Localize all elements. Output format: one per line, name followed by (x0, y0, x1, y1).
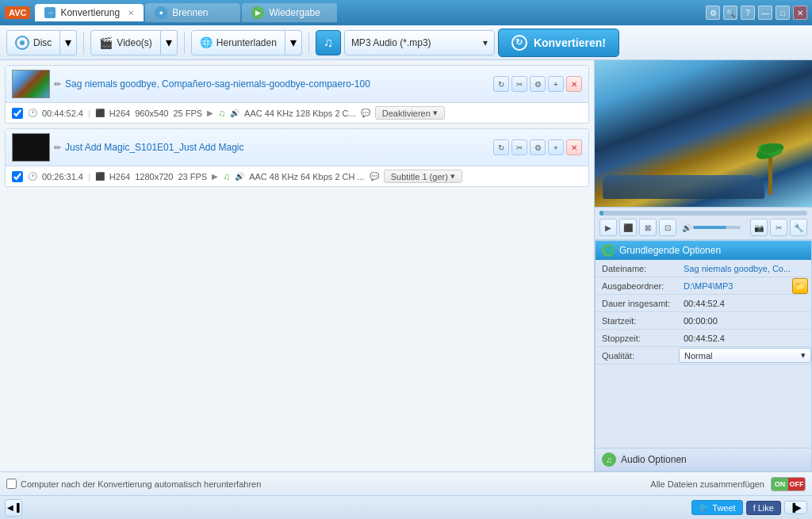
car-silhouette (603, 175, 764, 199)
audio-options-label: Audio Optionen (621, 454, 687, 465)
prev-frame-button[interactable]: ⊠ (639, 219, 657, 236)
wiedergabe-tab-icon: ▶ (251, 6, 264, 19)
video-icon: 🎬 (99, 36, 113, 49)
file-meta-1: 🕐 00:44:52.4 | ⬛ H264 960x540 25 FPS ▶ ♫… (6, 103, 588, 123)
stop-button[interactable]: ⬛ (619, 219, 637, 236)
btn-settings[interactable]: ⚙ (706, 6, 720, 20)
info-section-title: Grundlegende Optionen (619, 245, 721, 256)
convert-button[interactable]: ↻ Konvertieren! (498, 29, 619, 57)
file-duration-2: 00:26:31.4 (42, 172, 83, 181)
nav-prev-button[interactable]: ◀▐ (5, 499, 22, 517)
audio-volume-icon-2: 🔊 (235, 172, 244, 181)
deactivate-btn-1[interactable]: Deaktivieren ▾ (375, 106, 445, 120)
tab-close-icon[interactable]: ✕ (128, 9, 134, 17)
file-item-1: ✏ Sag niemals goodbye, Compañero-sag-nie… (5, 65, 589, 124)
auto-shutdown-label: Computer nach der Konvertierung automati… (21, 479, 261, 489)
quality-value: Normal (684, 351, 712, 361)
audio-options-section[interactable]: ♫ Audio Optionen (595, 448, 812, 471)
file-settings-btn-1[interactable]: ⚙ (530, 76, 546, 92)
disc-dropdown[interactable]: ▾ (60, 30, 77, 55)
format-select[interactable]: MP3 Audio (*.mp3) ▾ (344, 30, 495, 55)
volume-track[interactable] (693, 226, 741, 229)
disc-label: Disc (33, 37, 52, 48)
tab-wiedergabe[interactable]: ▶ Wiedergabe (242, 3, 337, 22)
subtitle-icon-2: 💬 (370, 172, 379, 181)
music-button[interactable]: ♫ (316, 30, 341, 55)
quality-dropdown-arrow: ▾ (801, 350, 806, 361)
app-logo: AVC (5, 6, 30, 19)
file-remove-btn-1[interactable]: ✕ (566, 76, 582, 92)
btn-search[interactable]: 🔍 (723, 6, 737, 20)
file-remove-btn-2[interactable]: ✕ (566, 139, 582, 155)
output-label: Ausgabeordner: (596, 279, 679, 293)
file-cut-btn-1[interactable]: ✂ (511, 76, 527, 92)
file-checkbox-2[interactable] (12, 171, 23, 182)
quality-select[interactable]: Normal ▾ (679, 348, 811, 363)
thumb-image-1 (13, 71, 49, 97)
merge-toggle[interactable]: ON OFF (771, 477, 806, 491)
brennen-tab-icon: ● (155, 6, 167, 19)
music-note-2: ♫ (223, 171, 230, 182)
tab-konvertierung-label: Konvertierung (60, 7, 120, 18)
thumb-image-2 (13, 134, 49, 161)
file-add-btn-1[interactable]: + (548, 76, 564, 92)
file-refresh-btn-2[interactable]: ↻ (493, 139, 509, 155)
filename-label: Dateiname: (596, 261, 679, 276)
subtitle-select-2[interactable]: Subtitle 1 (ger) ▾ (384, 170, 462, 183)
file-resolution-2: 1280x720 (135, 172, 173, 181)
btn-help[interactable]: ? (741, 6, 755, 20)
file-duration-1: 00:44:52.4 (42, 109, 83, 118)
duration-value: 00:44:52.4 (679, 296, 811, 311)
deactivate-label-1: Deaktivieren (382, 109, 431, 118)
twitter-label: Tweet (712, 503, 735, 513)
clock-icon-2: 🕐 (28, 172, 37, 181)
progress-fill (599, 211, 603, 216)
audio-options-icon: ♫ (602, 452, 616, 467)
download-button[interactable]: 🌐 Herunterladen (191, 30, 285, 55)
file-title-1[interactable]: Sag niemals goodbye, Compañero-sag-niema… (65, 78, 489, 90)
disc-button[interactable]: Disc (6, 30, 60, 55)
separator-3 (308, 32, 309, 54)
video-button[interactable]: 🎬 Video(s) (90, 30, 160, 55)
progress-bar[interactable] (599, 211, 807, 216)
download-icon: 🌐 (200, 36, 213, 48)
twitter-button[interactable]: 🐦 Tweet (691, 500, 742, 515)
nav-next-button[interactable]: ▐▶ (784, 501, 807, 514)
file-item-2-header: ✏ Just Add Magic_S101E01_Just Add Magic … (6, 129, 588, 166)
output-value[interactable]: D:\MP4\MP3 (679, 279, 792, 293)
btn-minimize[interactable]: — (758, 6, 772, 20)
download-dropdown[interactable]: ▾ (285, 30, 302, 55)
video-dropdown[interactable]: ▾ (161, 30, 178, 55)
subtitle-icon-1: 💬 (361, 109, 370, 117)
file-resolution-1: 960x540 (135, 109, 168, 118)
volume-control: 🔊 (682, 223, 741, 232)
tab-brennen[interactable]: ● Brennen (145, 3, 240, 22)
file-add-btn-2[interactable]: + (548, 139, 564, 155)
video-label: Video(s) (117, 37, 151, 48)
play-button[interactable]: ▶ (599, 219, 617, 236)
info-row-output: Ausgabeordner: D:\MP4\MP3 📁 (596, 277, 811, 295)
btn-maximize[interactable]: □ (776, 6, 790, 20)
next-frame-button[interactable]: ⊡ (659, 219, 676, 236)
snapshot-button[interactable]: 📷 (750, 219, 768, 236)
convert-label: Konvertieren! (534, 36, 606, 49)
tab-konvertierung[interactable]: ↔ Konvertierung ✕ (35, 4, 144, 21)
toggle-on-label: ON (772, 478, 788, 490)
window-controls: ⚙ 🔍 ? — □ ✕ (706, 6, 807, 20)
file-settings-btn-2[interactable]: ⚙ (530, 139, 546, 155)
file-checkbox-1[interactable] (12, 108, 23, 119)
file-cut-btn-2[interactable]: ✂ (511, 139, 527, 155)
cut-button[interactable]: ✂ (770, 219, 787, 236)
file-edit-icon-1[interactable]: ✏ (54, 79, 61, 90)
file-edit-icon-2[interactable]: ✏ (54, 143, 61, 153)
file-refresh-btn-1[interactable]: ↻ (493, 76, 509, 92)
file-title-2[interactable]: Just Add Magic_S101E01_Just Add Magic (65, 142, 489, 153)
auto-shutdown-checkbox[interactable] (6, 479, 17, 489)
btn-close[interactable]: ✕ (793, 6, 807, 20)
file-fps-1: 25 FPS (173, 109, 202, 118)
folder-button[interactable]: 📁 (792, 278, 808, 294)
facebook-button[interactable]: f Like (746, 501, 781, 515)
file-actions-1: ↻ ✂ ⚙ + ✕ (493, 76, 582, 92)
settings-button[interactable]: 🔧 (790, 219, 807, 236)
convert-icon: ↻ (511, 35, 527, 51)
